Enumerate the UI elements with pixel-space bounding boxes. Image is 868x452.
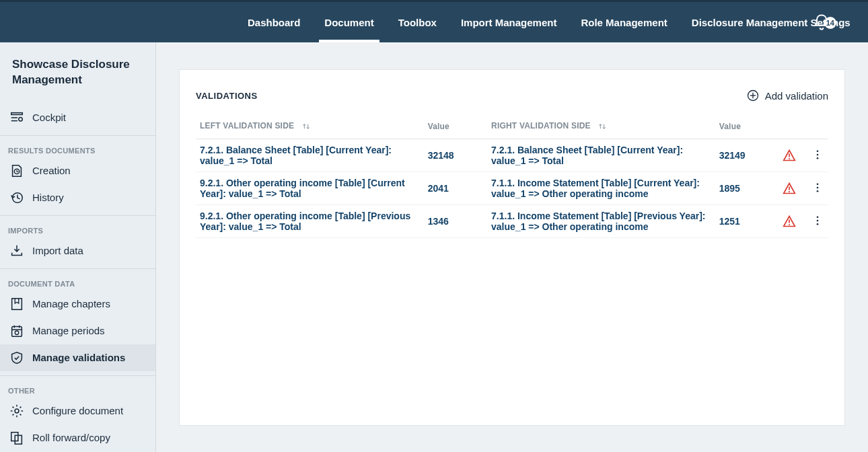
- sidebar: Showcase Disclosure Management CockpitRE…: [0, 42, 156, 452]
- sidebar-item-label: Creation: [32, 165, 71, 176]
- sort-icon: [301, 121, 312, 132]
- main-nav: DashboardDocumentToolboxImport Managemen…: [236, 2, 863, 42]
- notifications-count: 14: [824, 17, 836, 29]
- nav-item-document[interactable]: Document: [312, 2, 386, 42]
- col-left-header[interactable]: LEFT VALIDATION SIDE: [196, 114, 424, 139]
- nav-item-role-management[interactable]: Role Management: [569, 2, 679, 42]
- table-row: 9.2.1. Other operating income [Table] [C…: [196, 172, 828, 205]
- sidebar-section: DOCUMENT DATAManage chaptersManage perio…: [0, 268, 155, 375]
- sidebar-section-header: OTHER: [0, 380, 155, 398]
- cell-value-right: 1251: [715, 205, 779, 238]
- warning-icon[interactable]: [779, 139, 806, 172]
- sidebar-item-configure-document[interactable]: Configure document: [0, 398, 155, 424]
- nav-item-dashboard[interactable]: Dashboard: [236, 2, 312, 42]
- cell-value-left: 32148: [424, 139, 487, 172]
- validations-card: VALIDATIONS Add validation LEFT VALIDATI…: [179, 69, 845, 426]
- import-icon: [9, 243, 24, 258]
- warning-icon[interactable]: [779, 172, 806, 205]
- sidebar-item-label: History: [32, 192, 64, 203]
- cell-value-right: 1895: [715, 172, 779, 205]
- sidebar-item-roll-forward-copy[interactable]: Roll forward/copy: [0, 424, 155, 451]
- main-content: VALIDATIONS Add validation LEFT VALIDATI…: [156, 42, 868, 452]
- sidebar-section: Cockpit: [0, 100, 155, 135]
- periods-icon: [9, 324, 24, 338]
- sidebar-item-label: Roll forward/copy: [32, 432, 110, 443]
- header-bar: DashboardDocumentToolboxImport Managemen…: [0, 0, 868, 42]
- sidebar-item-manage-validations[interactable]: Manage validations: [0, 344, 155, 371]
- sidebar-item-label: Configure document: [32, 405, 123, 416]
- row-menu-button[interactable]: [811, 214, 824, 227]
- sidebar-section: RESULTS DOCUMENTSCreationHistory: [0, 135, 155, 215]
- add-validation-label: Add validation: [765, 90, 828, 102]
- cell-left[interactable]: 9.2.1. Other operating income [Table] [P…: [196, 205, 424, 238]
- validations-icon: [9, 350, 24, 365]
- card-title: VALIDATIONS: [196, 91, 258, 101]
- cell-left[interactable]: 9.2.1. Other operating income [Table] [C…: [196, 172, 424, 205]
- sidebar-section-header: IMPORTS: [0, 220, 155, 237]
- sidebar-item-label: Manage chapters: [32, 298, 110, 309]
- cell-value-left: 1346: [424, 205, 487, 238]
- sidebar-section: IMPORTSImport data: [0, 215, 155, 268]
- col-right-header[interactable]: RIGHT VALIDATION SIDE: [487, 114, 715, 139]
- row-menu-button[interactable]: [811, 181, 824, 194]
- sidebar-item-creation[interactable]: Creation: [0, 157, 155, 184]
- sidebar-item-manage-chapters[interactable]: Manage chapters: [0, 291, 155, 317]
- sidebar-item-import-data[interactable]: Import data: [0, 237, 155, 264]
- sidebar-item-label: Cockpit: [32, 112, 66, 123]
- creation-icon: [9, 163, 24, 178]
- cell-right[interactable]: 7.2.1. Balance Sheet [Table] [Current Ye…: [487, 139, 715, 172]
- sidebar-section-header: DOCUMENT DATA: [0, 273, 155, 291]
- notifications-button[interactable]: 14: [812, 13, 831, 32]
- chapters-icon: [9, 297, 24, 311]
- cell-right[interactable]: 7.1.1. Income Statement [Table] [Current…: [487, 172, 715, 205]
- configure-icon: [9, 404, 24, 418]
- cell-right[interactable]: 7.1.1. Income Statement [Table] [Previou…: [487, 205, 715, 238]
- history-icon: [9, 190, 24, 205]
- nav-item-toolbox[interactable]: Toolbox: [386, 2, 449, 42]
- col-val2-header[interactable]: Value: [715, 114, 779, 139]
- table-row: 7.2.1. Balance Sheet [Table] [Current Ye…: [196, 139, 828, 172]
- rollforward-icon: [9, 430, 24, 445]
- table-row: 9.2.1. Other operating income [Table] [P…: [196, 205, 828, 238]
- cell-left[interactable]: 7.2.1. Balance Sheet [Table] [Current Ye…: [196, 139, 424, 172]
- sidebar-item-manage-periods[interactable]: Manage periods: [0, 317, 155, 344]
- sort-icon: [597, 121, 608, 132]
- sidebar-item-label: Manage validations: [32, 352, 125, 363]
- warning-icon[interactable]: [779, 205, 806, 238]
- sidebar-item-label: Manage periods: [32, 325, 105, 336]
- sidebar-item-history[interactable]: History: [0, 184, 155, 211]
- add-validation-button[interactable]: Add validation: [746, 89, 828, 102]
- cell-value-right: 32149: [715, 139, 779, 172]
- sidebar-item-label: Import data: [32, 245, 83, 256]
- app-title: Showcase Disclosure Management: [0, 54, 155, 100]
- sidebar-item-cockpit[interactable]: Cockpit: [0, 104, 155, 131]
- sidebar-section-header: RESULTS DOCUMENTS: [0, 140, 155, 157]
- cockpit-icon: [9, 110, 24, 125]
- validations-table: LEFT VALIDATION SIDE Value RIGHT VALIDAT…: [196, 114, 828, 238]
- row-menu-button[interactable]: [811, 148, 824, 161]
- nav-item-import-management[interactable]: Import Management: [449, 2, 569, 42]
- sidebar-section: OTHERConfigure documentRoll forward/copy…: [0, 375, 155, 452]
- plus-circle-icon: [746, 89, 760, 102]
- col-val1-header[interactable]: Value: [424, 114, 487, 139]
- cell-value-left: 2041: [424, 172, 487, 205]
